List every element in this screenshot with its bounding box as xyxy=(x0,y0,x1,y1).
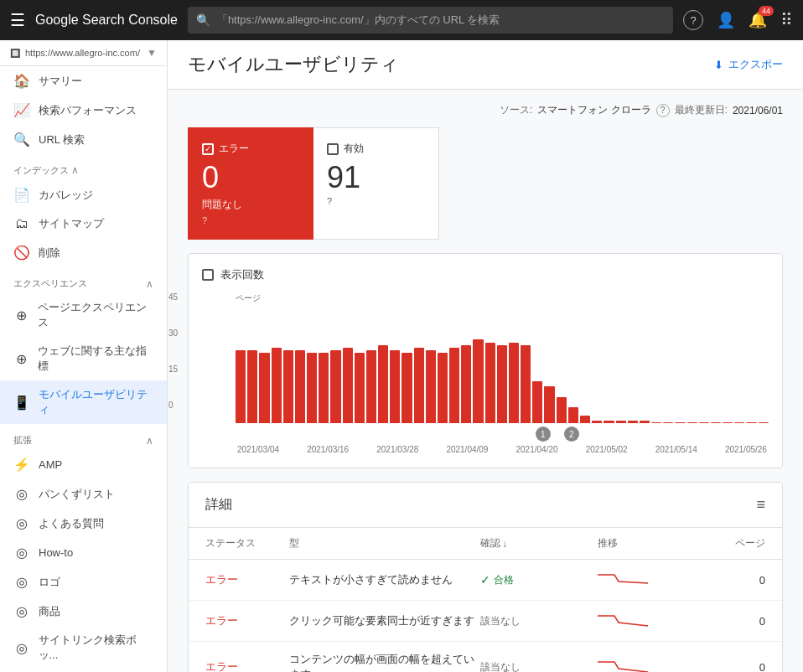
details-title: 詳細 xyxy=(205,496,232,514)
x-label: 2021/05/02 xyxy=(586,445,628,454)
trend-svg xyxy=(598,657,648,672)
error-count: 0 xyxy=(202,163,299,193)
sidebar-item-removal[interactable]: 🚫 削除 xyxy=(0,238,167,267)
col-confirmed-sort[interactable]: 確認 ↓ xyxy=(480,536,598,551)
sidebar-item-page-experience[interactable]: ⊕ ページエクスペリエンス xyxy=(0,293,167,337)
chart-bar xyxy=(449,348,459,423)
x-label: 2021/05/26 xyxy=(725,445,767,454)
chart-section: 表示回数 45 30 15 0 ページ 12 xyxy=(188,253,783,468)
chart-bar xyxy=(663,422,673,423)
valid-stat-card[interactable]: 有効 91 ? xyxy=(313,127,439,240)
sidebar-item-logo[interactable]: ◎ ロゴ xyxy=(0,567,167,597)
coverage-icon: 📄 xyxy=(13,187,30,203)
topbar: ☰ Google Search Console 🔍 「https://www.a… xyxy=(0,0,803,40)
source-label: ソース: xyxy=(500,103,532,117)
chart-bar xyxy=(675,422,685,423)
source-info: ソース: スマートフォン クローラ ? 最終更新日: 2021/06/01 xyxy=(188,103,783,117)
chart-bar xyxy=(426,350,436,423)
chart-header: 表示回数 xyxy=(202,267,769,282)
url-dropdown-icon[interactable]: ▼ xyxy=(147,47,157,59)
topbar-actions: ? 👤 🔔 44 ⠿ xyxy=(683,10,793,30)
url-bar[interactable]: 🔲 https://www.allegro-inc.com/ ▼ xyxy=(0,40,167,66)
account-icon[interactable]: 👤 xyxy=(717,11,735,29)
chart-bar xyxy=(604,421,614,423)
sidebar-item-faq[interactable]: ◎ よくある質問 xyxy=(0,509,167,538)
chart-bar xyxy=(592,421,602,423)
valid-count: 91 xyxy=(327,163,425,193)
row-pages: 0 xyxy=(698,615,765,628)
core-vitals-icon: ⊕ xyxy=(13,351,29,367)
chart-bar xyxy=(723,422,733,423)
table-row[interactable]: エラークリック可能な要素同士が近すぎます該当なし 0 xyxy=(189,601,782,642)
chart-bar xyxy=(366,350,376,423)
chart-y-axis-label: ページ xyxy=(236,292,769,304)
annotation-dot[interactable]: 2 xyxy=(564,426,579,442)
chart-bar xyxy=(557,397,567,423)
chart-bar xyxy=(259,353,269,423)
table-row[interactable]: エラーテキストが小さすぎて読めません✓合格 0 xyxy=(189,560,782,601)
sidebar-item-summary[interactable]: 🏠 サマリー xyxy=(0,66,167,96)
row-type: コンテンツの幅が画面の幅を超えています xyxy=(289,652,480,672)
menu-icon[interactable]: ☰ xyxy=(10,10,25,30)
sidebar-item-breadcrumb[interactable]: ◎ パンくずリスト xyxy=(0,479,167,509)
valid-checkbox[interactable] xyxy=(327,143,339,155)
x-label: 2021/04/20 xyxy=(516,445,558,454)
section-experience-collapse[interactable]: ∧ xyxy=(146,278,153,290)
chart-checkbox[interactable] xyxy=(202,269,214,281)
sidebar-item-amp[interactable]: ⚡ AMP xyxy=(0,450,167,479)
sidebar-item-mobile-usability[interactable]: 📱 モバイルユーザビリティ xyxy=(0,380,167,424)
sidebar-item-howto[interactable]: ◎ How-to xyxy=(0,538,167,567)
chart-bar xyxy=(414,348,424,423)
chart-icon: 📈 xyxy=(13,102,30,118)
sidebar-item-coverage[interactable]: 📄 カバレッジ xyxy=(0,180,167,209)
table-row[interactable]: エラーコンテンツの幅が画面の幅を超えています該当なし 0 xyxy=(189,642,782,672)
product-icon: ◎ xyxy=(13,603,30,619)
apps-icon[interactable]: ⠿ xyxy=(780,10,793,30)
section-experience: エクスペリエンス ∧ xyxy=(0,267,167,293)
sidebar: 🔲 https://www.allegro-inc.com/ ▼ 🏠 サマリー … xyxy=(0,40,168,672)
error-sublabel: 問題なし xyxy=(202,198,299,212)
error-stat-card[interactable]: エラー 0 問題なし ? xyxy=(188,127,313,240)
export-button[interactable]: ⬇ エクスポー xyxy=(714,57,783,72)
section-ext-collapse[interactable]: ∧ xyxy=(146,435,153,447)
sidebar-item-core-vitals[interactable]: ⊕ ウェブに関する主な指標 xyxy=(0,337,167,380)
chart-bar xyxy=(283,350,293,423)
valid-help-icon[interactable]: ? xyxy=(327,196,425,206)
url-icon: 🔲 xyxy=(10,49,20,58)
annotation-dot[interactable]: 1 xyxy=(536,426,551,442)
sitelinks-icon: ◎ xyxy=(13,640,30,656)
chart-bar xyxy=(711,422,721,423)
amp-icon: ⚡ xyxy=(13,457,30,473)
x-label: 2021/03/04 xyxy=(237,445,279,454)
sidebar-item-sitemap[interactable]: 🗂 サイトマップ xyxy=(0,209,167,238)
home-icon: 🏠 xyxy=(13,73,30,89)
x-label: 2021/03/16 xyxy=(307,445,349,454)
sidebar-item-product[interactable]: ◎ 商品 xyxy=(0,597,167,626)
search-placeholder: 「https://www.allegro-inc.com/」内のすべての URL… xyxy=(217,13,500,28)
col-trend: 推移 xyxy=(598,536,698,551)
trend-svg xyxy=(598,611,648,631)
details-section: 詳細 ≡ ステータス 型 確認 ↓ 推移 ページ エラーテキストが小さすぎて読め… xyxy=(188,482,783,672)
chart-bar xyxy=(628,421,638,423)
source-help-icon[interactable]: ? xyxy=(656,104,670,117)
y-zero: 0 xyxy=(168,401,178,410)
chart-bar xyxy=(319,353,329,423)
error-checkbox[interactable] xyxy=(202,143,214,155)
chart-bar xyxy=(734,422,744,423)
app-logo: Google Search Console xyxy=(35,13,178,28)
section-index-collapse[interactable]: ∧ xyxy=(71,164,79,176)
notification-icon[interactable]: 🔔 44 xyxy=(749,11,767,29)
filter-icon[interactable]: ≡ xyxy=(756,496,765,514)
search-bar[interactable]: 🔍 「https://www.allegro-inc.com/」内のすべての U… xyxy=(188,7,673,34)
row-status: エラー xyxy=(205,572,289,587)
chart-annotations-row: 12 xyxy=(269,426,769,442)
sidebar-item-sitelinks[interactable]: ◎ サイトリンク検索ボッ... xyxy=(0,626,167,669)
chart-bar xyxy=(568,407,578,423)
sidebar-item-url-search[interactable]: 🔍 URL 検索 xyxy=(0,125,167,154)
x-label: 2021/04/09 xyxy=(446,445,488,454)
help-icon[interactable]: ? xyxy=(683,10,703,30)
sidebar-item-search-performance[interactable]: 📈 検索パフォーマンス xyxy=(0,96,167,125)
sitemap-icon: 🗂 xyxy=(13,216,30,231)
error-help-icon[interactable]: ? xyxy=(202,215,299,225)
row-status: エラー xyxy=(205,613,289,628)
